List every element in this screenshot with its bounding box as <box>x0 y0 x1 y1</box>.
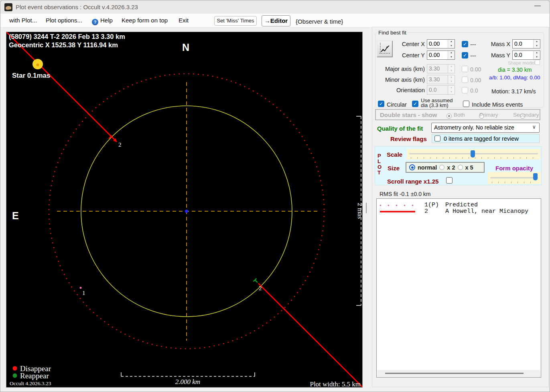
minor-axis-label: Minor axis (km) <box>377 77 425 83</box>
menu-plot-options[interactable]: Plot options... <box>46 17 82 24</box>
star-label: Star 0.1mas <box>12 72 50 79</box>
menu-keep-on-top[interactable]: Keep form on top <box>122 17 168 24</box>
size-radio-x5[interactable] <box>458 165 463 170</box>
size-x5-label: x 5 <box>465 164 473 171</box>
center-y-dash: --- <box>470 53 476 59</box>
legend-name: Predicted <box>445 202 478 208</box>
center-y-checkbox[interactable]: ✓ <box>462 52 468 59</box>
chord-line-bottom[interactable] <box>258 283 362 387</box>
menu-help[interactable]: ?Help <box>92 17 113 25</box>
rms-fit-label: RMS fit -0.1 ±0.0 km <box>380 191 431 197</box>
observer-time-label: {Observer & time} <box>296 18 343 25</box>
menu-help-label: Help <box>100 17 113 24</box>
mass-x-label: Mass X <box>478 41 510 47</box>
center-y-label: Center Y <box>377 52 425 59</box>
center-x-checkbox[interactable]: ✓ <box>462 41 468 47</box>
legend-scrollbar-thumb[interactable] <box>385 373 524 374</box>
double-stars-title: Double stars - show <box>380 111 437 118</box>
mass-x-input[interactable]: 0.0 ▲▼ <box>512 39 540 48</box>
window-title: Plot event observations : Occult v.4.202… <box>16 4 138 10</box>
double-stars-secondary-label: Secondary <box>513 112 539 118</box>
size-x2-label: x 2 <box>447 164 455 171</box>
legend-name: A Howell, near Micanopy <box>445 208 528 215</box>
reappear-dot <box>13 374 17 378</box>
center-x-input[interactable]: 0.00 ▲▼ <box>427 39 455 48</box>
major-axis-checkbox[interactable] <box>462 66 468 72</box>
reappear-marker-stem <box>255 280 258 283</box>
scale-slider[interactable] <box>407 149 540 160</box>
size-radio-normal[interactable] <box>409 164 415 170</box>
find-best-fit-title: Find best fit <box>377 30 408 36</box>
motion-text: Motion: 3.17 km/s <box>491 88 536 95</box>
title-bar: Plot event observations : Occult v.4.202… <box>0 0 550 14</box>
find-best-fit-group: Find best fit Center X 0.00 ▲▼ ✓ --- Mas… <box>375 30 544 107</box>
orientation-input[interactable]: 0.0 ▲▼ <box>427 85 455 95</box>
review-flags-checkbox[interactable] <box>434 135 440 141</box>
quality-of-fit-label: Quality of the fit <box>377 125 423 132</box>
chevron-down-icon: ∨ <box>532 124 536 130</box>
minor-axis-checkbox[interactable] <box>462 77 468 83</box>
plot-vertical-label: PLOT <box>377 153 383 176</box>
panel-splitter-handle[interactable] <box>366 203 367 213</box>
scale-label: Scale <box>387 151 402 158</box>
plot-width-label: Plot width: 5.5 km <box>310 380 361 387</box>
app-window: Plot event observations : Occult v.4.202… <box>0 0 550 392</box>
plot-canvas[interactable]: 2 2 1 Star 0.1mas (58079) 3244 T-2 2026 … <box>6 32 362 387</box>
minor-axis-input[interactable]: 3.30 ▲▼ <box>427 75 455 84</box>
legend-swatch-predicted <box>380 205 415 206</box>
menu-exit[interactable]: Exit <box>179 17 189 24</box>
center-x-spinner[interactable]: ▲▼ <box>448 40 455 48</box>
shape-model-checkbox[interactable] <box>535 60 540 65</box>
circular-checkbox[interactable]: ✓ <box>378 101 384 107</box>
help-icon: ? <box>92 19 98 25</box>
double-stars-group: Double stars - show Both Primary Seconda… <box>375 109 540 120</box>
include-miss-checkbox[interactable] <box>463 101 469 107</box>
size-radio-group: normal x 2 x 5 <box>406 162 485 173</box>
disappear-dot <box>13 366 17 371</box>
double-stars-primary-label: Primary <box>479 112 498 118</box>
shape-model-label: Shape model <box>508 61 535 65</box>
scale-slider-thumb[interactable] <box>471 150 475 158</box>
legend-id: 2 <box>424 208 428 215</box>
set-miss-times-button[interactable]: Set 'Miss' Times <box>214 16 257 26</box>
form-opacity-slider[interactable] <box>488 172 541 184</box>
minor-axis-sigma: 0.00 <box>470 77 481 83</box>
review-flags-box: 0 items are tagged for review <box>432 134 540 143</box>
north-label: N <box>182 42 189 53</box>
orientation-checkbox[interactable] <box>462 87 468 93</box>
double-stars-radio-both[interactable] <box>446 113 452 119</box>
plot-controls-panel: PLOT Scale Size normal x 2 x 5 Form opac… <box>375 146 542 185</box>
circular-label: Circular <box>387 101 407 108</box>
scroll-range-label: Scroll range x1.25 <box>387 178 438 185</box>
editor-button[interactable]: →Editor <box>262 15 290 26</box>
mass-y-spinner[interactable]: ▲▼ <box>533 51 540 59</box>
scroll-range-checkbox[interactable] <box>446 177 453 184</box>
major-axis-sigma: 0.00 <box>470 66 481 73</box>
ab-dmag-text: a/b: 1.00, dMag: 0.00 <box>489 75 540 81</box>
observation-legend-list[interactable]: 1(P) Predicted 2 A Howell, near Micanopy <box>376 198 541 378</box>
predicted-point-label: 1 <box>82 290 85 296</box>
minor-axis-spinner[interactable]: ▲▼ <box>448 75 455 84</box>
plot-title-line1: (58079) 3244 T-2 2026 Feb 13 3.30 km <box>9 33 125 40</box>
mass-x-spinner[interactable]: ▲▼ <box>533 40 540 48</box>
east-label: E <box>12 210 19 221</box>
review-flags-text: 0 items are tagged for review <box>444 135 519 142</box>
minimize-button[interactable]: — <box>534 2 541 9</box>
center-y-input[interactable]: 0.00 ▲▼ <box>427 51 455 60</box>
center-y-spinner[interactable]: ▲▼ <box>448 51 455 59</box>
quality-dropdown[interactable]: Astrometry only. No reliable size ∨ <box>431 123 540 133</box>
right-panel: Find best fit Center X 0.00 ▲▼ ✓ --- Mas… <box>372 27 549 387</box>
orientation-spinner[interactable]: ▲▼ <box>448 86 455 94</box>
major-axis-spinner[interactable]: ▲▼ <box>448 65 455 73</box>
mass-y-input[interactable]: 0.0 ▲▼ <box>512 51 540 60</box>
diameter-text: dia = 3.30 km <box>498 67 532 73</box>
major-axis-label: Major axis (km) <box>377 66 425 72</box>
form-opacity-slider-thumb[interactable] <box>533 173 538 180</box>
menu-with-plot[interactable]: with Plot... <box>9 17 37 24</box>
major-axis-input[interactable]: 3.30 ▲▼ <box>427 64 455 73</box>
size-radio-x2[interactable] <box>439 165 444 170</box>
legend-horizontal-scrollbar[interactable] <box>377 370 540 377</box>
use-assumed-dia-checkbox[interactable]: ✓ <box>412 101 418 107</box>
star-marker-center <box>37 64 39 67</box>
plot-title-line2: Geocentric X 1525.38 Y 1116.94 km <box>9 41 118 48</box>
